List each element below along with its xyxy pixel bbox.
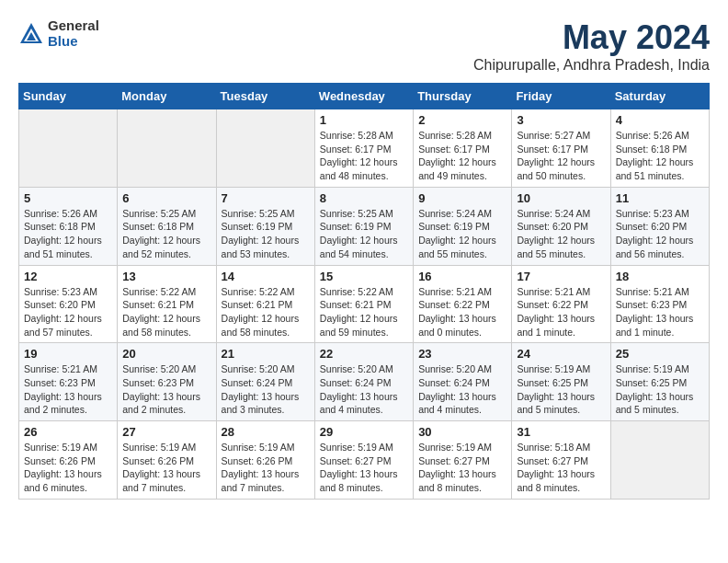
logo-general-text: General: [48, 18, 99, 34]
day-cell: 15Sunrise: 5:22 AM Sunset: 6:21 PM Dayli…: [314, 265, 413, 343]
day-cell: 5Sunrise: 5:26 AM Sunset: 6:18 PM Daylig…: [19, 187, 118, 265]
weekday-header-row: SundayMondayTuesdayWednesdayThursdayFrid…: [19, 84, 710, 109]
week-row-5: 26Sunrise: 5:19 AM Sunset: 6:26 PM Dayli…: [19, 421, 710, 500]
day-cell: 10Sunrise: 5:24 AM Sunset: 6:20 PM Dayli…: [512, 187, 610, 265]
day-cell: 18Sunrise: 5:21 AM Sunset: 6:23 PM Dayli…: [610, 265, 709, 343]
day-info: Sunrise: 5:24 AM Sunset: 6:20 PM Dayligh…: [517, 207, 605, 261]
day-info: Sunrise: 5:26 AM Sunset: 6:18 PM Dayligh…: [616, 129, 704, 183]
logo: General Blue: [18, 18, 99, 49]
day-number: 18: [616, 270, 704, 283]
day-info: Sunrise: 5:27 AM Sunset: 6:17 PM Dayligh…: [517, 129, 605, 183]
month-title: May 2024: [473, 18, 710, 57]
day-info: Sunrise: 5:20 AM Sunset: 6:24 PM Dayligh…: [222, 362, 310, 417]
day-cell: [118, 109, 216, 188]
day-number: 1: [320, 113, 408, 127]
day-number: 19: [24, 347, 112, 361]
logo-text: General Blue: [48, 18, 99, 49]
day-info: Sunrise: 5:20 AM Sunset: 6:23 PM Dayligh…: [122, 362, 210, 417]
day-cell: 27Sunrise: 5:19 AM Sunset: 6:26 PM Dayli…: [118, 421, 216, 500]
day-cell: 24Sunrise: 5:19 AM Sunset: 6:25 PM Dayli…: [512, 343, 610, 421]
day-number: 28: [222, 425, 310, 439]
day-info: Sunrise: 5:25 AM Sunset: 6:19 PM Dayligh…: [320, 207, 408, 261]
day-info: Sunrise: 5:21 AM Sunset: 6:22 PM Dayligh…: [418, 285, 506, 339]
weekday-header-tuesday: Tuesday: [216, 84, 314, 109]
day-number: 24: [517, 347, 605, 361]
day-info: Sunrise: 5:21 AM Sunset: 6:23 PM Dayligh…: [616, 285, 704, 339]
day-cell: 31Sunrise: 5:18 AM Sunset: 6:27 PM Dayli…: [512, 421, 610, 500]
day-info: Sunrise: 5:25 AM Sunset: 6:19 PM Dayligh…: [222, 207, 310, 261]
day-number: 20: [122, 347, 210, 361]
day-number: 29: [320, 425, 408, 439]
day-info: Sunrise: 5:19 AM Sunset: 6:26 PM Dayligh…: [222, 441, 310, 495]
day-cell: 30Sunrise: 5:19 AM Sunset: 6:27 PM Dayli…: [414, 421, 512, 500]
day-number: 4: [616, 113, 704, 127]
day-cell: 4Sunrise: 5:26 AM Sunset: 6:18 PM Daylig…: [610, 109, 709, 188]
day-info: Sunrise: 5:23 AM Sunset: 6:20 PM Dayligh…: [616, 207, 704, 261]
day-cell: 1Sunrise: 5:28 AM Sunset: 6:17 PM Daylig…: [314, 109, 413, 188]
day-number: 8: [320, 191, 408, 205]
weekday-header-saturday: Saturday: [610, 84, 709, 109]
day-cell: 9Sunrise: 5:24 AM Sunset: 6:19 PM Daylig…: [414, 187, 512, 265]
day-cell: 22Sunrise: 5:20 AM Sunset: 6:24 PM Dayli…: [314, 343, 413, 421]
day-number: 13: [122, 270, 210, 283]
day-info: Sunrise: 5:19 AM Sunset: 6:26 PM Dayligh…: [122, 441, 210, 495]
day-info: Sunrise: 5:22 AM Sunset: 6:21 PM Dayligh…: [320, 285, 408, 339]
title-block: May 2024 Chipurupalle, Andhra Pradesh, I…: [473, 18, 710, 74]
day-info: Sunrise: 5:23 AM Sunset: 6:20 PM Dayligh…: [24, 285, 112, 339]
day-number: 16: [418, 270, 506, 283]
logo-blue-text: Blue: [48, 34, 99, 50]
day-cell: 2Sunrise: 5:28 AM Sunset: 6:17 PM Daylig…: [414, 109, 512, 188]
day-cell: 13Sunrise: 5:22 AM Sunset: 6:21 PM Dayli…: [118, 265, 216, 343]
weekday-header-sunday: Sunday: [19, 84, 118, 109]
day-info: Sunrise: 5:19 AM Sunset: 6:27 PM Dayligh…: [418, 441, 506, 495]
day-number: 27: [122, 425, 210, 439]
day-number: 6: [122, 191, 210, 205]
day-number: 17: [517, 270, 605, 283]
day-cell: 11Sunrise: 5:23 AM Sunset: 6:20 PM Dayli…: [610, 187, 709, 265]
day-cell: 17Sunrise: 5:21 AM Sunset: 6:22 PM Dayli…: [512, 265, 610, 343]
day-info: Sunrise: 5:19 AM Sunset: 6:27 PM Dayligh…: [320, 441, 408, 495]
day-number: 31: [517, 425, 605, 439]
day-number: 21: [222, 347, 310, 361]
day-number: 7: [222, 191, 310, 205]
day-info: Sunrise: 5:24 AM Sunset: 6:19 PM Dayligh…: [418, 207, 506, 261]
day-info: Sunrise: 5:19 AM Sunset: 6:25 PM Dayligh…: [616, 362, 704, 417]
day-info: Sunrise: 5:20 AM Sunset: 6:24 PM Dayligh…: [418, 362, 506, 417]
day-cell: 21Sunrise: 5:20 AM Sunset: 6:24 PM Dayli…: [216, 343, 314, 421]
day-cell: 3Sunrise: 5:27 AM Sunset: 6:17 PM Daylig…: [512, 109, 610, 188]
day-info: Sunrise: 5:28 AM Sunset: 6:17 PM Dayligh…: [418, 129, 506, 183]
week-row-2: 5Sunrise: 5:26 AM Sunset: 6:18 PM Daylig…: [19, 187, 710, 265]
weekday-header-wednesday: Wednesday: [314, 84, 413, 109]
day-number: 5: [24, 191, 112, 205]
day-number: 15: [320, 270, 408, 283]
day-cell: 26Sunrise: 5:19 AM Sunset: 6:26 PM Dayli…: [19, 421, 118, 500]
day-cell: 14Sunrise: 5:22 AM Sunset: 6:21 PM Dayli…: [216, 265, 314, 343]
day-number: 12: [24, 270, 112, 283]
day-number: 25: [616, 347, 704, 361]
day-cell: 29Sunrise: 5:19 AM Sunset: 6:27 PM Dayli…: [314, 421, 413, 500]
day-number: 11: [616, 191, 704, 205]
calendar-table: SundayMondayTuesdayWednesdayThursdayFrid…: [18, 83, 710, 500]
location-title: Chipurupalle, Andhra Pradesh, India: [473, 57, 710, 74]
day-number: 10: [517, 191, 605, 205]
day-number: 2: [418, 113, 506, 127]
day-cell: 23Sunrise: 5:20 AM Sunset: 6:24 PM Dayli…: [414, 343, 512, 421]
day-cell: 8Sunrise: 5:25 AM Sunset: 6:19 PM Daylig…: [314, 187, 413, 265]
day-info: Sunrise: 5:19 AM Sunset: 6:26 PM Dayligh…: [24, 441, 112, 495]
day-cell: 7Sunrise: 5:25 AM Sunset: 6:19 PM Daylig…: [216, 187, 314, 265]
weekday-header-thursday: Thursday: [414, 84, 512, 109]
day-cell: [19, 109, 118, 188]
week-row-3: 12Sunrise: 5:23 AM Sunset: 6:20 PM Dayli…: [19, 265, 710, 343]
day-number: 22: [320, 347, 408, 361]
day-cell: [216, 109, 314, 188]
day-info: Sunrise: 5:20 AM Sunset: 6:24 PM Dayligh…: [320, 362, 408, 417]
day-cell: 16Sunrise: 5:21 AM Sunset: 6:22 PM Dayli…: [414, 265, 512, 343]
day-cell: 20Sunrise: 5:20 AM Sunset: 6:23 PM Dayli…: [118, 343, 216, 421]
weekday-header-friday: Friday: [512, 84, 610, 109]
week-row-1: 1Sunrise: 5:28 AM Sunset: 6:17 PM Daylig…: [19, 109, 710, 188]
logo-icon: [18, 21, 44, 47]
weekday-header-monday: Monday: [118, 84, 216, 109]
day-number: 26: [24, 425, 112, 439]
day-number: 30: [418, 425, 506, 439]
day-info: Sunrise: 5:18 AM Sunset: 6:27 PM Dayligh…: [517, 441, 605, 495]
